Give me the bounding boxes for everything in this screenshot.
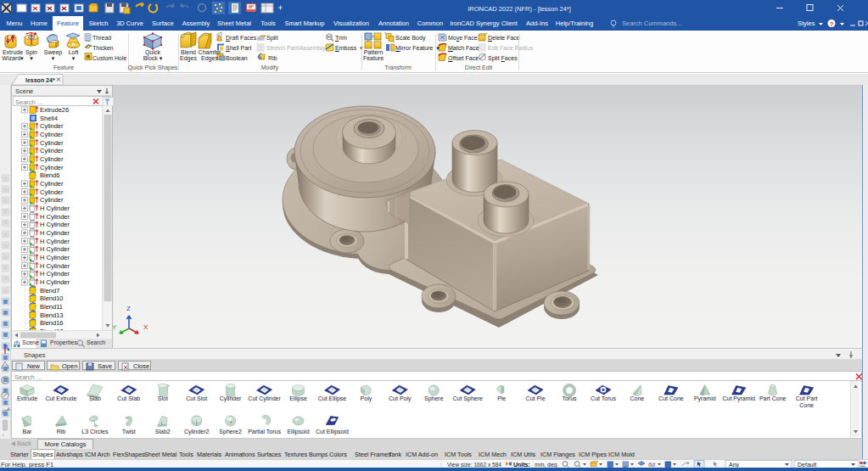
svg-text:Sphere: Sphere bbox=[424, 395, 444, 402]
svg-text:Cut Pyramid: Cut Pyramid bbox=[722, 395, 755, 402]
svg-text:Blend11: Blend11 bbox=[40, 303, 63, 311]
svg-text:Blend7: Blend7 bbox=[40, 287, 59, 294]
svg-text:Slab2: Slab2 bbox=[155, 429, 171, 435]
svg-text:Cylinder: Cylinder bbox=[220, 395, 242, 402]
svg-text:H Cylinder: H Cylinder bbox=[40, 238, 70, 245]
svg-text:Blend13: Blend13 bbox=[40, 311, 64, 319]
svg-text:Search Commands...: Search Commands... bbox=[622, 20, 681, 27]
svg-text:Rib: Rib bbox=[57, 429, 66, 435]
svg-text:Cylinder: Cylinder bbox=[40, 164, 64, 171]
svg-text:Units:: Units: bbox=[513, 462, 530, 468]
svg-text:Cut Cone: Cut Cone bbox=[658, 395, 684, 401]
svg-text:Cut Ellipse: Cut Ellipse bbox=[318, 395, 347, 402]
svg-text:Pie: Pie bbox=[497, 395, 506, 401]
svg-text:Y: Y bbox=[113, 323, 117, 331]
svg-text:Pyramid: Pyramid bbox=[694, 395, 716, 402]
svg-text:Poly: Poly bbox=[361, 395, 372, 402]
svg-text:Part Cone: Part Cone bbox=[759, 395, 787, 401]
svg-text:Cut Slab: Cut Slab bbox=[117, 395, 140, 401]
svg-text:H Cylinder: H Cylinder bbox=[40, 270, 70, 278]
svg-text:Torus: Torus bbox=[562, 395, 577, 401]
svg-text:H Cylinder: H Cylinder bbox=[40, 229, 70, 237]
svg-text:Z: Z bbox=[126, 305, 131, 312]
svg-text:Slab: Slab bbox=[89, 395, 101, 401]
svg-text:Cut Part: Cut Part bbox=[796, 395, 818, 401]
svg-text:H Cylinder: H Cylinder bbox=[40, 213, 70, 221]
svg-text:Cut Extrude: Cut Extrude bbox=[45, 395, 76, 401]
svg-text:Cut Torus: Cut Torus bbox=[591, 395, 616, 401]
svg-text:Blend16: Blend16 bbox=[40, 319, 64, 327]
svg-text:Cone: Cone bbox=[630, 395, 645, 401]
svg-text:H Cylinder: H Cylinder bbox=[40, 221, 70, 228]
svg-text:H Cylinder: H Cylinder bbox=[40, 254, 70, 261]
svg-text:Shell4: Shell4 bbox=[40, 115, 58, 122]
svg-text:Slot: Slot bbox=[158, 395, 168, 401]
svg-text:X: X bbox=[143, 323, 148, 331]
svg-text:Cut Slot: Cut Slot bbox=[186, 395, 207, 401]
svg-text:Blend10: Blend10 bbox=[40, 294, 64, 302]
svg-text:Cylinder: Cylinder bbox=[40, 131, 64, 138]
svg-text:Cut Cylinder: Cut Cylinder bbox=[248, 395, 281, 402]
svg-text:Default: Default bbox=[798, 462, 816, 468]
svg-text:H Cylinder: H Cylinder bbox=[40, 245, 70, 253]
svg-text:Cylinder: Cylinder bbox=[40, 196, 64, 204]
svg-text:Extrude: Extrude bbox=[17, 395, 37, 401]
svg-text:Blend6: Blend6 bbox=[40, 171, 59, 179]
svg-text:Cylinder: Cylinder bbox=[40, 147, 64, 154]
svg-text:?: ? bbox=[830, 20, 834, 28]
svg-text:Cylinder: Cylinder bbox=[40, 188, 64, 196]
svg-text:Partial Torus: Partial Torus bbox=[248, 429, 281, 435]
svg-text:Cut Sphere: Cut Sphere bbox=[452, 395, 483, 402]
svg-text:IRONCAD 2022 (NFR) - [lesson: IRONCAD 2022 (NFR) - [lesson 24*] bbox=[468, 5, 571, 13]
svg-text:A: A bbox=[7, 407, 10, 412]
svg-text:H Cylinder: H Cylinder bbox=[40, 262, 70, 270]
svg-text:Cylinder2: Cylinder2 bbox=[184, 429, 210, 435]
svg-text:Sphere2: Sphere2 bbox=[219, 429, 242, 435]
svg-text:H Cylinder: H Cylinder bbox=[40, 278, 70, 286]
svg-text:Ellipse: Ellipse bbox=[289, 395, 307, 402]
svg-text:Cylinder: Cylinder bbox=[40, 155, 64, 163]
svg-text:Cylinder: Cylinder bbox=[40, 180, 64, 188]
svg-text:Cut Poly: Cut Poly bbox=[389, 395, 412, 402]
svg-text:Cut Ellipsoid: Cut Ellipsoid bbox=[316, 429, 349, 435]
svg-text:Cone: Cone bbox=[799, 402, 814, 408]
svg-text:Extrude26: Extrude26 bbox=[40, 106, 69, 114]
svg-text:Cylinder: Cylinder bbox=[40, 122, 64, 130]
svg-text:lesson 24*: lesson 24* bbox=[25, 77, 55, 83]
svg-text:6d: 6d bbox=[648, 462, 656, 468]
svg-text:View size: 1662 x 584: View size: 1662 x 584 bbox=[447, 462, 501, 468]
svg-text:Ellipsoid: Ellipsoid bbox=[287, 429, 309, 435]
svg-text:H Cylinder: H Cylinder bbox=[40, 205, 70, 212]
svg-text:Cut Pie: Cut Pie bbox=[526, 395, 546, 401]
svg-text:L3 Circles: L3 Circles bbox=[81, 429, 109, 435]
svg-text:Bar: Bar bbox=[23, 429, 33, 435]
svg-text:Twist: Twist bbox=[122, 429, 136, 435]
svg-text:Styles: Styles bbox=[798, 20, 815, 27]
svg-text:Cylinder: Cylinder bbox=[40, 139, 64, 147]
